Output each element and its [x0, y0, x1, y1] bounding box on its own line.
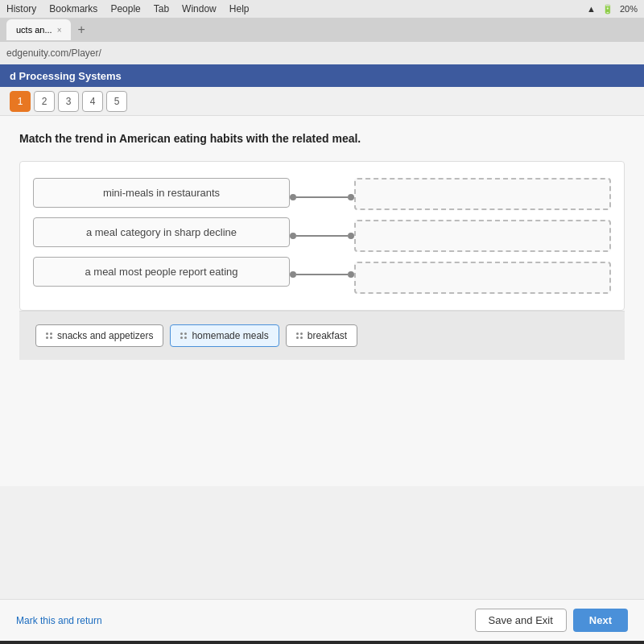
connector-2	[290, 228, 354, 244]
left-item-2: a meal category in sharp decline	[33, 217, 290, 247]
answer-chip-breakfast[interactable]: breakfast	[286, 324, 357, 347]
footer-buttons: Save and Exit Next	[475, 609, 628, 632]
line-3	[296, 274, 348, 275]
footer: Mark this and return Save and Exit Next	[0, 599, 644, 641]
dot-3-left	[290, 271, 296, 278]
new-tab-button[interactable]: +	[74, 23, 88, 37]
connector-3	[290, 266, 354, 283]
menu-bookmarks[interactable]: Bookmarks	[49, 3, 97, 14]
drag-dots-3	[296, 332, 303, 339]
dot-2-left	[290, 233, 296, 239]
next-button[interactable]: Next	[573, 609, 628, 632]
right-placeholder-1[interactable]	[354, 178, 611, 210]
tab-close-icon[interactable]: ×	[57, 26, 62, 35]
course-title: d Processing Systems	[10, 70, 122, 82]
addressbar: edgenuity.com/Player/	[0, 42, 644, 64]
mark-return-link[interactable]: Mark this and return	[16, 615, 102, 626]
step-3-button[interactable]: 3	[58, 91, 79, 112]
course-header: d Processing Systems	[0, 64, 644, 87]
menu-history[interactable]: History	[6, 3, 36, 14]
menu-window[interactable]: Window	[182, 3, 217, 14]
drag-dots-1	[46, 332, 52, 339]
chip-breakfast-label: breakfast	[308, 330, 347, 341]
tabbar: ucts an... × +	[0, 18, 644, 42]
browser-tab[interactable]: ucts an... ×	[6, 19, 71, 40]
left-item-1: mini-meals in restaurants	[33, 178, 290, 208]
line-2	[296, 235, 348, 237]
answer-area: snacks and appetizers homemade meals bre…	[19, 311, 625, 360]
step-bar: 1 2 3 4 5	[0, 87, 644, 116]
menubar: History Bookmarks People Tab Window Help…	[0, 0, 644, 18]
left-item-3: a meal most people report eating	[33, 257, 290, 287]
dock: 🌐 📰 372 🐻 FEB 4 📝 🎨 📷 📹 🎵 🎙️ tv ⚙️ 1 🅰️ …	[0, 641, 644, 644]
connector-area	[290, 178, 354, 294]
battery-icon: 🔋	[602, 4, 613, 14]
menu-people[interactable]: People	[110, 3, 140, 14]
answer-chip-homemade[interactable]: homemade meals	[170, 324, 279, 347]
step-5-button[interactable]: 5	[106, 91, 127, 112]
spacer-area	[0, 486, 644, 599]
dot-1-left	[290, 194, 296, 200]
save-exit-button[interactable]: Save and Exit	[475, 609, 567, 632]
menu-tab[interactable]: Tab	[154, 3, 169, 14]
right-placeholder-3[interactable]	[354, 262, 611, 294]
dot-3-right	[348, 271, 354, 278]
matching-area: mini-meals in restaurants a meal categor…	[19, 161, 625, 311]
tab-label: ucts an...	[16, 25, 52, 35]
left-item-2-label: a meal category in sharp decline	[86, 226, 237, 238]
right-placeholder-2[interactable]	[354, 220, 611, 252]
dot-1-right	[348, 194, 354, 200]
left-item-1-label: mini-meals in restaurants	[103, 187, 220, 199]
battery-label: 20%	[620, 4, 638, 14]
drag-dots-2	[180, 332, 187, 339]
answer-chip-snacks[interactable]: snacks and appetizers	[35, 324, 163, 347]
dot-2-right	[348, 233, 354, 239]
chip-homemade-label: homemade meals	[192, 330, 268, 341]
menubar-right: ▲ 🔋 20%	[587, 4, 638, 14]
main-content: Match the trend in American eating habit…	[0, 116, 644, 486]
chip-snacks-label: snacks and appetizers	[57, 330, 153, 341]
question-text: Match the trend in American eating habit…	[19, 132, 625, 145]
menu-help[interactable]: Help	[229, 3, 250, 14]
line-1	[296, 196, 348, 198]
url-display[interactable]: edgenuity.com/Player/	[6, 47, 101, 59]
left-column: mini-meals in restaurants a meal categor…	[33, 178, 290, 294]
left-item-3-label: a meal most people report eating	[85, 266, 237, 278]
step-2-button[interactable]: 2	[34, 91, 55, 112]
right-column	[354, 178, 611, 294]
step-1-button[interactable]: 1	[10, 91, 31, 112]
connector-1	[290, 189, 354, 205]
wifi-icon: ▲	[587, 4, 596, 14]
step-4-button[interactable]: 4	[82, 91, 103, 112]
